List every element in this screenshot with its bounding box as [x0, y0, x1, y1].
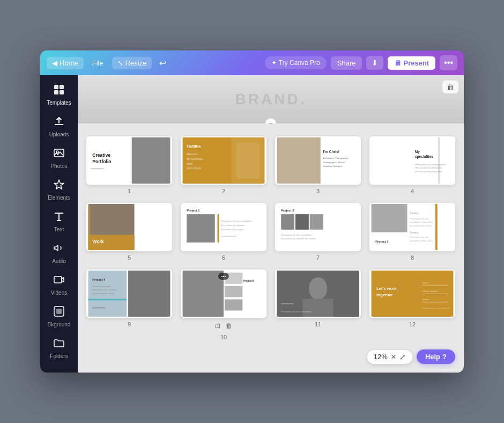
slide-thumb-1[interactable]: Creative Portfolio [86, 136, 172, 185]
slide-thumb-8[interactable]: Service Presentation for your consultati… [369, 203, 455, 251]
svg-text:Work: Work [92, 239, 104, 244]
header-left: ◀ Home File ⤡ Resize ↩ [47, 56, 261, 70]
present-label: Present [403, 59, 429, 67]
svg-rect-96 [423, 302, 448, 302]
file-button[interactable]: File [87, 57, 109, 69]
download-button[interactable]: ⬇ [366, 56, 383, 70]
app-window: ◀ Home File ⤡ Resize ↩ ✦ Try Canva Pro S… [40, 50, 464, 373]
sidebar-item-folders[interactable]: Folders [42, 333, 76, 363]
svg-text:Name: Name [423, 281, 429, 284]
slide-thumb-3[interactable]: I'm Chris! A Creative Photographer, Vide… [275, 136, 361, 185]
zoom-display: 12% ✕ ⤢ [367, 350, 412, 364]
svg-text:My: My [415, 150, 420, 154]
slide-number: 11 [315, 321, 321, 327]
help-button[interactable]: Help ? [417, 349, 455, 364]
svg-text:Presentation for your consulta: Presentation for your consultation, [281, 234, 312, 236]
svg-text:Presentation for your consulta: Presentation for your consultation, [221, 220, 252, 222]
sidebar-item-templates[interactable]: Templates [42, 79, 76, 110]
slide-thumb-10[interactable]: Project 5 ••• [181, 269, 266, 318]
svg-text:specialties: specialties [415, 155, 433, 159]
slide-thumb-11[interactable]: Presentation for your consultation [275, 269, 361, 318]
try-pro-button[interactable]: ✦ Try Canva Pro [265, 56, 327, 69]
slide-item: Let's work together Name Phone number Em… [369, 269, 455, 340]
folders-label: Folders [50, 353, 68, 359]
svg-rect-1 [60, 85, 64, 89]
slide-thumb-6[interactable]: Project 1 Presentation for your consulta… [181, 203, 266, 251]
svg-text:Creative: Creative [92, 152, 110, 158]
sidebar-item-text[interactable]: Text [42, 206, 76, 237]
help-label: Help [425, 353, 440, 361]
svg-text:Work: Work [187, 163, 193, 165]
monitor-icon: 🖥 [394, 59, 401, 67]
svg-rect-87 [281, 303, 294, 304]
sidebar-item-background[interactable]: Bkground [42, 301, 76, 332]
svg-rect-3 [60, 90, 64, 94]
slide-thumb-12[interactable]: Let's work together Name Phone number Em… [369, 269, 455, 318]
share-button[interactable]: Share [331, 56, 362, 70]
slide-thumb-5[interactable]: Work [86, 203, 172, 251]
slide-thumb-2[interactable]: Outline Who am I My Specialties Work Get… [181, 136, 266, 185]
canvas-area: BRAND. 🗑 ▼ Creative Portfolio [78, 75, 464, 373]
svg-rect-2 [54, 90, 58, 94]
zoom-expand-button[interactable]: ⤢ [399, 353, 406, 361]
slide-thumb-9[interactable]: Project 4 Presentation for your consulta… [86, 269, 172, 318]
svg-text:Let's work: Let's work [376, 286, 397, 291]
svg-rect-80 [225, 300, 242, 311]
templates-label: Templates [47, 100, 71, 106]
resize-button[interactable]: ⤡ Resize [112, 57, 152, 69]
svg-rect-57 [372, 204, 407, 232]
svg-rect-12 [91, 168, 103, 169]
svg-text:this is where you describe the: this is where you describe the context. [281, 238, 316, 240]
slide-item: Project 5 ••• ⊡ 🗑 10 [181, 269, 266, 340]
svg-text:consultation, this is where.: consultation, this is where. [410, 240, 434, 242]
sidebar-item-photos[interactable]: Photos [42, 143, 76, 173]
slide-number: 3 [316, 188, 320, 194]
back-button[interactable]: ◀ Home [47, 57, 84, 69]
main-area: Templates Uploads [40, 75, 464, 373]
svg-rect-52 [295, 214, 309, 230]
svg-text:Project 3: Project 3 [375, 240, 388, 243]
svg-text:Get in Touch: Get in Touch [187, 167, 201, 170]
slide-thumb-4[interactable]: My specialties Videography and photograp… [369, 136, 455, 185]
undo-button[interactable]: ↩ [155, 56, 171, 70]
slide-item: Project 2 Presentation for your consulta… [275, 203, 361, 261]
text-icon [53, 210, 65, 225]
resize-icon: ⤡ [117, 59, 123, 67]
svg-rect-43 [187, 214, 215, 243]
sidebar-item-videos[interactable]: Videos [42, 269, 76, 300]
header-right: ✦ Try Canva Pro Share ⬇ 🖥 Present ••• [265, 55, 457, 70]
svg-text:Who am I: Who am I [187, 153, 197, 156]
header: ◀ Home File ⤡ Resize ↩ ✦ Try Canva Pro S… [40, 50, 464, 75]
svg-rect-13 [132, 137, 171, 184]
sidebar-item-elements[interactable]: Elements [42, 174, 76, 205]
trash-icon[interactable]: 🗑 [225, 321, 233, 331]
svg-rect-30 [438, 137, 440, 184]
more-button[interactable]: ••• [440, 55, 457, 70]
present-button[interactable]: 🖥 Present [388, 56, 435, 70]
delete-button[interactable]: 🗑 [442, 81, 458, 93]
svg-text:Presentation for your: Presentation for your [92, 286, 112, 288]
svg-text:Phone number: Phone number [423, 290, 438, 293]
slide-thumb-7[interactable]: Project 2 Presentation for your consulta… [275, 203, 361, 251]
svg-text:Project 1: Project 1 [187, 209, 200, 212]
duplicate-icon[interactable]: ⊡ [214, 321, 221, 331]
slide-item: Project 4 Presentation for your consulta… [86, 269, 172, 340]
slide-item: I'm Chris! A Creative Photographer, Vide… [275, 136, 361, 194]
sidebar-item-audio[interactable]: Audio [42, 238, 76, 268]
zoom-close-button[interactable]: ✕ [391, 353, 396, 361]
uploads-label: Uploads [49, 132, 69, 137]
svg-text:My Specialties: My Specialties [187, 158, 203, 161]
svg-text:this is where you describe: this is where you describe [221, 224, 244, 227]
slide-number: 9 [128, 321, 131, 327]
svg-rect-29 [372, 137, 454, 184]
svg-text:together: together [376, 293, 393, 297]
sidebar-item-uploads[interactable]: Uploads [42, 111, 76, 142]
svg-text:art forms involving many roles: art forms involving many roles [415, 171, 442, 173]
star-icon: ✦ [271, 59, 277, 67]
slide-number: 6 [222, 254, 225, 261]
back-arrow-icon: ◀ [52, 59, 57, 67]
photos-icon [53, 147, 65, 162]
svg-point-84 [309, 277, 327, 300]
slide-item: Work 5 [86, 203, 172, 261]
svg-text:you describe the context.: you describe the context. [92, 293, 115, 295]
